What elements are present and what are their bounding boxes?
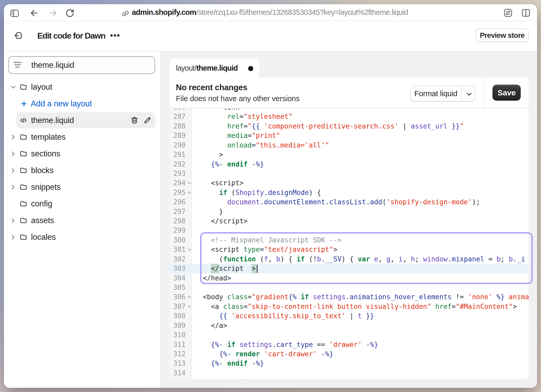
code-line-299[interactable]: 299 <box>169 226 528 235</box>
code-line-313[interactable]: 313 {%- endif -%} <box>169 359 528 368</box>
format-liquid-button[interactable]: Format liquid <box>410 86 475 102</box>
line-number: 295 <box>169 188 186 197</box>
code-line-297[interactable]: 297 } <box>169 207 528 216</box>
preview-store-button[interactable]: Preview store <box>476 28 529 42</box>
sidebar-item-layout[interactable]: layout <box>4 79 160 95</box>
exit-icon[interactable] <box>14 32 22 39</box>
code-line-290[interactable]: 290 onload="this.media='all'" <box>169 140 528 150</box>
reload-icon[interactable] <box>66 9 74 17</box>
chevron-right-icon[interactable] <box>11 218 15 223</box>
line-number: 315 <box>169 378 186 379</box>
forward-icon[interactable] <box>50 9 57 17</box>
fold-icon[interactable] <box>187 248 192 251</box>
code-line-302[interactable]: 302 (function (f, b) { if (!b.__SV) { va… <box>169 254 528 264</box>
file-search-input[interactable]: theme.liquid <box>8 56 155 74</box>
code-line-288[interactable]: 288 href="{{ 'component-predictive-searc… <box>169 121 528 131</box>
sidebar-item-assets[interactable]: assets <box>4 212 160 229</box>
code-line-300[interactable]: 300 <!-- Mixpanel Javascript SDK --> <box>169 235 528 245</box>
line-number: 288 <box>169 121 186 131</box>
page-settings-icon[interactable] <box>504 9 512 17</box>
code-line-303[interactable]: 303 </script > <box>169 264 528 273</box>
url-bar[interactable]: admin.shopify.com/store/rzq1xu-f5/themes… <box>132 4 408 21</box>
code-line-293[interactable]: 293 <box>169 169 528 178</box>
code-line-292[interactable]: 292 {%- endif -%} <box>169 160 528 169</box>
line-number: 294 <box>169 178 186 188</box>
chevron-right-icon[interactable] <box>11 151 15 156</box>
format-liquid-label: Format liquid <box>411 86 461 101</box>
sidebar-item-add-a-new-layout[interactable]: Add a new layout <box>4 95 160 112</box>
chevron-right-icon[interactable] <box>11 235 15 240</box>
sidebar-item-label: snippets <box>31 179 61 195</box>
code-text: href="{{ 'component-predictive-search.cs… <box>203 121 464 131</box>
sidebar-item-label: layout <box>31 79 52 95</box>
split-view-icon[interactable] <box>522 9 530 17</box>
sidebar-item-snippets[interactable]: snippets <box>4 179 160 195</box>
line-number: 290 <box>169 140 186 150</box>
sidebar-item-theme-liquid[interactable]: theme.liquid <box>4 112 160 129</box>
code-line-289[interactable]: 289 media="print" <box>169 131 528 140</box>
code-line-291[interactable]: 291 > <box>169 150 528 159</box>
code-text: (function (f, b) { if (!b.__SV) { var e,… <box>203 254 525 264</box>
delete-icon[interactable] <box>131 116 138 124</box>
code-text: <link <box>203 109 239 112</box>
code-line-311[interactable]: 311 {%- if settings.cart_type == 'drawer… <box>169 340 528 349</box>
sidebar-item-sections[interactable]: sections <box>4 145 160 162</box>
code-text: <script> <box>203 178 244 188</box>
code-editor[interactable]: 286 <link287 rel="stylesheet"288 href="{… <box>169 109 528 379</box>
folder-icon <box>20 133 27 141</box>
sidebar-toggle-icon[interactable] <box>10 10 19 17</box>
code-line-314[interactable]: 314 <box>169 368 528 378</box>
folder-icon <box>20 183 27 191</box>
code-line-308[interactable]: 308 {{ 'accessibility.skip_to_text' | t … <box>169 311 528 321</box>
rename-icon[interactable] <box>144 116 151 124</box>
save-button[interactable]: Save <box>493 85 520 100</box>
sidebar-item-label: theme.liquid <box>31 112 74 129</box>
tab-theme-liquid[interactable]: layout/theme.liquid <box>169 58 259 78</box>
sidebar-item-blocks[interactable]: blocks <box>4 162 160 179</box>
code-line-306[interactable]: 306<body class="gradient{% if settings.a… <box>169 292 528 302</box>
fold-icon[interactable] <box>187 305 192 308</box>
line-number: 307 <box>169 302 186 311</box>
chevron-down-icon[interactable] <box>11 85 16 89</box>
fold-icon[interactable] <box>187 191 192 194</box>
code-line-287[interactable]: 287 rel="stylesheet" <box>169 112 528 121</box>
line-number: 309 <box>169 321 186 330</box>
sidebar-item-locales[interactable]: locales <box>4 229 160 246</box>
code-line-294[interactable]: 294 <script> <box>169 178 528 188</box>
chevron-right-icon[interactable] <box>11 185 15 190</box>
sidebar-item-label: assets <box>31 212 54 229</box>
search-value: theme.liquid <box>31 57 74 74</box>
chevron-down-icon[interactable] <box>466 92 473 96</box>
code-line-304[interactable]: 304</head> <box>169 273 528 283</box>
code-line-301[interactable]: 301 <script type="text/javascript"> <box>169 245 528 254</box>
code-text: media="print" <box>203 131 280 140</box>
code-line-298[interactable]: 298 </script> <box>169 216 528 226</box>
code-line-312[interactable]: 312 {%- render 'cart-drawer' -%} <box>169 349 528 359</box>
code-text: if (Shopify.designMode) { <box>203 188 321 197</box>
code-line-307[interactable]: 307 <a class="skip-to-content-link butto… <box>169 302 528 311</box>
more-menu-icon[interactable] <box>110 34 122 37</box>
code-line-310[interactable]: 310 <box>169 330 528 340</box>
chevron-right-icon[interactable] <box>11 168 15 173</box>
fold-icon[interactable] <box>187 182 192 185</box>
code-text: {%- render 'cart-drawer' -%} <box>203 349 333 359</box>
sidebar-item-config[interactable]: config <box>4 195 160 212</box>
back-icon[interactable] <box>30 9 38 17</box>
line-number: 308 <box>169 311 186 321</box>
sidebar-item-label: templates <box>31 129 66 145</box>
sidebar-item-templates[interactable]: templates <box>4 129 160 145</box>
code-line-309[interactable]: 309 </a> <box>169 321 528 330</box>
code-line-315[interactable]: 315 {% sections 'header-group' %} <box>169 378 528 379</box>
button-divider <box>461 86 462 101</box>
code-line-295[interactable]: 295 if (Shopify.designMode) { <box>169 188 528 197</box>
file-sidebar: theme.liquid layoutAdd a new layouttheme… <box>4 51 160 388</box>
code-line-286[interactable]: 286 <link <box>169 109 528 112</box>
code-line-305[interactable]: 305 <box>169 283 528 292</box>
fold-icon[interactable] <box>187 296 192 298</box>
code-text: onload="this.media='all'" <box>203 140 329 150</box>
line-number: 305 <box>169 283 186 292</box>
chevron-right-icon[interactable] <box>11 134 15 140</box>
code-line-296[interactable]: 296 document.documentElement.classList.a… <box>169 197 528 207</box>
folder-icon <box>20 167 27 174</box>
status-title: No recent changes <box>176 83 247 92</box>
